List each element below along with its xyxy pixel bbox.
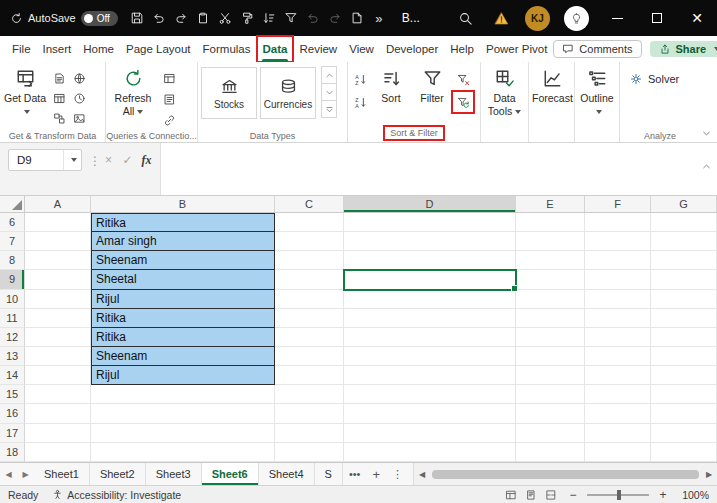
cell-a7[interactable] (25, 232, 91, 251)
sort-button[interactable]: Sort (372, 64, 410, 128)
cell-b12[interactable]: Ritika (91, 328, 275, 347)
column-header-a[interactable]: A (25, 196, 91, 212)
cell-e11[interactable] (516, 309, 585, 328)
cell-e16[interactable] (516, 404, 585, 423)
row-header-12[interactable]: 12 (0, 328, 25, 347)
cell-d6[interactable] (344, 213, 516, 232)
row-header-7[interactable]: 7 (0, 232, 25, 251)
column-header-e[interactable]: E (516, 196, 585, 212)
row-header-10[interactable]: 10 (0, 290, 25, 309)
row-header-9[interactable]: 9 (0, 270, 25, 289)
cell-f18[interactable] (585, 443, 651, 462)
cell-d16[interactable] (344, 404, 516, 423)
cell-c7[interactable] (275, 232, 344, 251)
row-header-18[interactable]: 18 (0, 443, 25, 462)
save-icon[interactable] (126, 5, 148, 31)
queries-connections-icon[interactable] (160, 70, 178, 86)
tab-power-pivot[interactable]: Power Pivot (480, 36, 553, 62)
cell-g16[interactable] (651, 404, 717, 423)
tab-view[interactable]: View (343, 36, 380, 62)
sheet-tab-sheet4[interactable]: Sheet4 (259, 463, 315, 485)
cell-b10[interactable]: Rijul (91, 290, 275, 309)
cell-g7[interactable] (651, 232, 717, 251)
cell-a15[interactable] (25, 385, 91, 404)
sheet-tab-sheet2[interactable]: Sheet2 (90, 463, 146, 485)
cell-f17[interactable] (585, 424, 651, 443)
row-header-13[interactable]: 13 (0, 347, 25, 366)
share-button[interactable]: Share (650, 41, 717, 57)
lightbulb-icon[interactable] (564, 6, 589, 31)
cell-d18[interactable] (344, 443, 516, 462)
get-data-button[interactable]: Get Data (3, 64, 47, 128)
page-layout-icon[interactable] (523, 487, 539, 503)
cell-f12[interactable] (585, 328, 651, 347)
cell-g13[interactable] (651, 347, 717, 366)
gallery-up-icon[interactable] (321, 66, 337, 84)
tab-help[interactable]: Help (444, 36, 480, 62)
scrollbar-thumb[interactable] (432, 470, 699, 479)
normal-view-icon[interactable] (503, 487, 519, 503)
tab-developer[interactable]: Developer (380, 36, 444, 62)
cell-a10[interactable] (25, 290, 91, 309)
column-header-f[interactable]: F (585, 196, 651, 212)
cell-d7[interactable] (344, 232, 516, 251)
cell-e10[interactable] (516, 290, 585, 309)
existing-connections-icon[interactable] (50, 111, 68, 127)
undo-dim-icon[interactable] (302, 5, 324, 31)
sheet-tab-sheet1[interactable]: Sheet1 (34, 463, 90, 485)
cell-e8[interactable] (516, 251, 585, 270)
cell-f15[interactable] (585, 385, 651, 404)
add-sheet-button[interactable]: + (366, 467, 386, 482)
cell-c16[interactable] (275, 404, 344, 423)
tab-home[interactable]: Home (77, 36, 120, 62)
currencies-tile[interactable]: Currencies (260, 67, 316, 119)
cell-c18[interactable] (275, 443, 344, 462)
cell-d10[interactable] (344, 290, 516, 309)
cell-e7[interactable] (516, 232, 585, 251)
cell-c13[interactable] (275, 347, 344, 366)
from-table-range-icon[interactable] (50, 90, 68, 106)
cell-b6[interactable]: Ritika (91, 213, 275, 232)
cell-f9[interactable] (585, 270, 651, 289)
cell-c14[interactable] (275, 366, 344, 385)
sheet-overflow-dots[interactable]: ••• (343, 468, 367, 480)
cell-g11[interactable] (651, 309, 717, 328)
cell-b13[interactable]: Sheenam (91, 347, 275, 366)
cell-a14[interactable] (25, 366, 91, 385)
cell-f11[interactable] (585, 309, 651, 328)
sheet-tab-s[interactable]: S (315, 463, 343, 485)
solver-button[interactable]: Solver (629, 72, 693, 86)
insert-function-button[interactable]: fx (137, 149, 156, 171)
cell-b9[interactable]: Sheetal (91, 270, 275, 289)
cell-f14[interactable] (585, 366, 651, 385)
cell-b14[interactable]: Rijul (91, 366, 275, 385)
cell-d13[interactable] (344, 347, 516, 366)
search-icon[interactable] (447, 0, 483, 36)
recent-sources-icon[interactable] (70, 90, 88, 106)
column-header-b[interactable]: B (91, 196, 275, 212)
cell-c9[interactable] (275, 270, 344, 289)
cell-a8[interactable] (25, 251, 91, 270)
cell-a12[interactable] (25, 328, 91, 347)
cell-e12[interactable] (516, 328, 585, 347)
cell-b11[interactable]: Ritika (91, 309, 275, 328)
tab-page-layout[interactable]: Page Layout (120, 36, 197, 62)
warning-icon[interactable] (483, 0, 519, 36)
cell-b18[interactable] (91, 443, 275, 462)
row-header-16[interactable]: 16 (0, 404, 25, 423)
workbook-links-icon[interactable] (160, 112, 178, 128)
overflow-icon[interactable]: » (368, 5, 390, 31)
properties-icon[interactable] (160, 91, 178, 107)
stocks-tile[interactable]: Stocks (201, 67, 257, 119)
cell-a6[interactable] (25, 213, 91, 232)
column-header-g[interactable]: G (651, 196, 717, 212)
sheet-nav-left-icon[interactable]: ◀ (0, 470, 17, 479)
cell-f8[interactable] (585, 251, 651, 270)
cell-c12[interactable] (275, 328, 344, 347)
tab-formulas[interactable]: Formulas (197, 36, 257, 62)
row-header-15[interactable]: 15 (0, 385, 25, 404)
scroll-left-icon[interactable]: ◀ (414, 470, 430, 479)
cell-d11[interactable] (344, 309, 516, 328)
cell-g6[interactable] (651, 213, 717, 232)
redo-icon[interactable] (170, 5, 192, 31)
